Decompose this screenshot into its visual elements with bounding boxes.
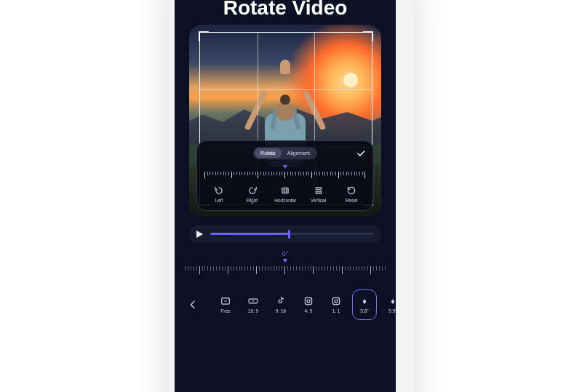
aspect-16-9[interactable]: 16: 9 xyxy=(242,290,265,319)
rotate-right-button[interactable]: Right xyxy=(238,185,267,203)
aspect-5-8[interactable]: 5.8" xyxy=(352,289,377,320)
flip-vertical-icon xyxy=(314,185,324,196)
flip-vertical-button[interactable]: Vertical xyxy=(304,185,333,203)
apple-icon xyxy=(359,296,370,306)
rotate-left-label: Left xyxy=(215,198,223,203)
aspect-4-5-label: 4: 5 xyxy=(305,308,313,313)
aspect-1-1-label: 1: 1 xyxy=(332,308,340,313)
crop-handle-tl[interactable] xyxy=(199,31,209,41)
video-canvas[interactable]: Rotate Alignment xyxy=(189,25,381,217)
aspect-5-8-label: 5.8" xyxy=(360,308,368,313)
reset-label: Reset xyxy=(346,198,358,203)
apply-button[interactable] xyxy=(356,148,366,159)
flip-horizontal-icon xyxy=(280,185,290,196)
reset-icon xyxy=(346,185,356,196)
reset-button[interactable]: Reset xyxy=(337,185,366,203)
dial-cursor-icon xyxy=(283,165,287,169)
progress-fill xyxy=(210,233,289,235)
playback-bar xyxy=(189,225,381,243)
aspect-4-5[interactable]: 4: 5 xyxy=(297,290,320,319)
aspect-free-label: Free xyxy=(220,308,230,313)
title-line-2: Rotate Video xyxy=(175,0,396,20)
aspect-free[interactable]: Free xyxy=(214,290,237,319)
aspect-16-9-icon xyxy=(247,296,259,306)
tab-alignment[interactable]: Alignment xyxy=(282,148,316,158)
rotate-panel: Rotate Alignment xyxy=(196,140,374,211)
flip-horizontal-label: Horizontal xyxy=(274,198,295,203)
rotation-value: 0° xyxy=(282,250,289,257)
back-button[interactable] xyxy=(182,294,204,316)
aspect-9-16-label: 9: 16 xyxy=(276,308,286,313)
app-screen: Crop & Rotate Video xyxy=(175,0,396,392)
rotate-left-icon xyxy=(214,185,224,196)
tiktok-icon xyxy=(275,296,287,306)
page-title: Crop & Rotate Video xyxy=(175,0,396,20)
svg-point-5 xyxy=(310,298,311,299)
device-frame: Crop & Rotate Video xyxy=(169,0,413,392)
aspect-16-9-label: 16: 9 xyxy=(248,308,258,313)
progress-knob[interactable] xyxy=(288,230,290,239)
aspect-9-16[interactable]: 9: 16 xyxy=(269,290,292,319)
svg-point-4 xyxy=(307,299,310,302)
aspect-ratio-bar: Free 16: 9 9: 16 xyxy=(182,288,388,321)
fine-rotation-dial[interactable] xyxy=(204,165,366,181)
rotate-left-button[interactable]: Left xyxy=(204,185,234,203)
aspect-5-5-label: 5.5" xyxy=(388,308,396,313)
aspect-1-1[interactable]: 1: 1 xyxy=(324,290,348,319)
apple-small-icon xyxy=(387,296,396,306)
aspect-5-5[interactable]: 5.5" xyxy=(381,290,396,319)
svg-point-7 xyxy=(335,299,338,302)
svg-point-8 xyxy=(338,298,338,299)
progress-slider[interactable] xyxy=(210,233,374,235)
instagram-square-icon xyxy=(330,296,342,306)
flip-horizontal-button[interactable]: Horizontal xyxy=(271,185,300,203)
rotation-degree-dial[interactable]: 0° xyxy=(185,250,386,275)
crop-handle-tr[interactable] xyxy=(363,31,373,41)
instagram-icon xyxy=(303,296,314,306)
svg-point-2 xyxy=(252,300,254,302)
flip-vertical-label: Vertical xyxy=(311,198,326,203)
play-button[interactable] xyxy=(196,231,203,238)
tab-rotate[interactable]: Rotate xyxy=(255,148,282,158)
rotation-cursor-icon xyxy=(283,259,287,263)
rotate-right-icon xyxy=(247,185,258,196)
rotate-right-label: Right xyxy=(247,198,258,203)
panel-segmented-control[interactable]: Rotate Alignment xyxy=(253,147,317,159)
aspect-free-icon xyxy=(220,296,231,306)
